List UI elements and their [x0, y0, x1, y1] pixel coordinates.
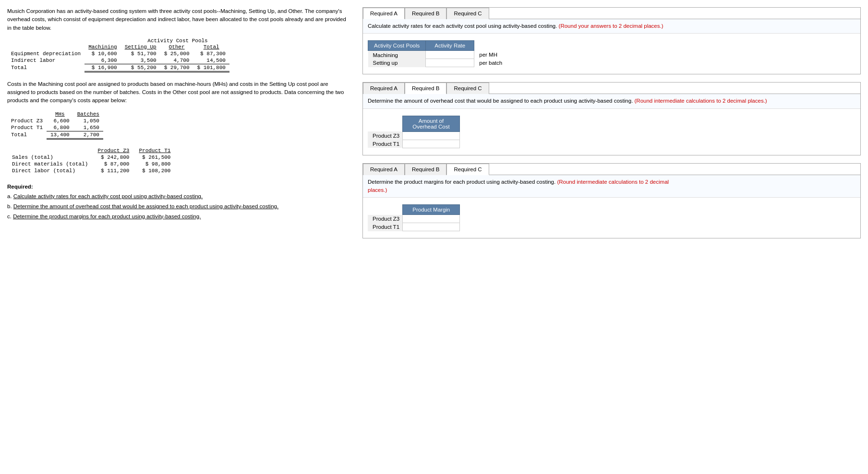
- label-product-t1-c: Product T1: [368, 223, 403, 231]
- tab-bar-a: Required A Required B Required C: [363, 8, 860, 19]
- table-row: Indirect labor 6,300 3,500 4,700 14,500: [7, 57, 229, 64]
- col-activity-rate: Activity Rate: [426, 41, 474, 51]
- input-cell-product-t1-b[interactable]: [403, 140, 459, 148]
- input-cell-product-t1-c[interactable]: [403, 223, 460, 231]
- col-empty-b: [368, 116, 403, 131]
- tab-required-c[interactable]: Required C: [446, 8, 489, 19]
- input-cell-setting-up[interactable]: [426, 59, 474, 67]
- col-empty-c: [368, 205, 403, 215]
- col-total: Total: [193, 44, 229, 50]
- required-item-b: b. Determine the amount of overhead cost…: [7, 201, 348, 212]
- mh-batches-table: MHs Batches Product Z3 6,600 1,050 Produ…: [7, 111, 103, 140]
- overhead-cost-table: Amount ofOverhead Cost Product Z3 Produc…: [368, 116, 460, 148]
- col-setting-up: Setting Up: [121, 44, 160, 50]
- required-title: Required:: [7, 182, 348, 192]
- left-panel: Musich Corporation has an activity-based…: [5, 5, 350, 241]
- col-other: Other: [160, 44, 193, 50]
- mh-batches-section: MHs Batches Product Z3 6,600 1,050 Produ…: [7, 111, 348, 140]
- activity-rate-table: Activity Cost Pools Activity Rate Machin…: [368, 40, 507, 67]
- right-panel: Required A Required B Required C Calcula…: [360, 5, 863, 241]
- overhead-t1-input[interactable]: [408, 141, 451, 147]
- round-note-b: (Round intermediate calculations to 2 de…: [635, 98, 767, 104]
- intro-text: Musich Corporation has an activity-based…: [7, 7, 348, 32]
- machining-rate-input[interactable]: [431, 52, 469, 58]
- tab-required-b-c[interactable]: Required B: [405, 164, 447, 175]
- col-overhead-cost: Amount ofOverhead Cost: [403, 116, 459, 131]
- col-product-t1: Product T1: [134, 147, 175, 154]
- table-row: Direct labor (total) $ 111,200 $ 108,200: [7, 167, 175, 174]
- col-machining: Machining: [84, 44, 121, 50]
- cost-pools-section: Activity Cost Pools Machining Setting Up…: [7, 38, 348, 72]
- tab-required-c-b[interactable]: Required C: [446, 83, 489, 94]
- cost-pools-table: Machining Setting Up Other Total Equipme…: [7, 44, 229, 72]
- col-mhs: MHs: [47, 111, 73, 118]
- col-product-z3: Product Z3: [93, 147, 134, 154]
- round-note-c: (Round intermediate calculations to 2 de…: [368, 179, 669, 193]
- table-row: Product T1: [368, 223, 460, 231]
- table-row: Product Z3 6,600 1,050: [7, 118, 103, 124]
- col-unit-header: [474, 41, 507, 51]
- instruction-c: Determine the product margins for each p…: [363, 175, 860, 198]
- table-row: Product T1: [368, 140, 459, 148]
- products-table: Product Z3 Product T1 Sales (total) $ 24…: [7, 147, 175, 174]
- label-setting-up: Setting up: [368, 59, 426, 67]
- section-required-b: Required A Required B Required C Determi…: [362, 82, 861, 155]
- required-item-a: a. Calculate activity rates for each act…: [7, 191, 348, 201]
- table-row: Total 13,400 2,700: [7, 131, 103, 139]
- input-cell-product-z3-c[interactable]: [403, 215, 460, 223]
- label-machining: Machining: [368, 51, 426, 59]
- tab-bar-b: Required A Required B Required C: [363, 83, 860, 94]
- table-row: Setting up per batch: [368, 59, 507, 67]
- col-product-margin: Product Margin: [403, 205, 460, 215]
- margin-z3-input[interactable]: [408, 216, 451, 222]
- table-row: Direct materials (total) $ 87,000 $ 98,8…: [7, 161, 175, 167]
- required-section: Required: a. Calculate activity rates fo…: [7, 182, 348, 222]
- products-section: Product Z3 Product T1 Sales (total) $ 24…: [7, 147, 348, 174]
- table-row: Product Z3: [368, 215, 460, 223]
- input-cell-product-z3-b[interactable]: [403, 131, 459, 140]
- setting-up-rate-input[interactable]: [431, 60, 469, 66]
- col-batches: Batches: [73, 111, 103, 118]
- instruction-b: Determine the amount of overhead cost th…: [363, 94, 860, 108]
- tab-required-a[interactable]: Required A: [363, 8, 405, 19]
- label-product-z3-b: Product Z3: [368, 131, 403, 140]
- tab-required-c-c[interactable]: Required C: [446, 164, 489, 175]
- table-row: Total $ 16,900 $ 55,200 $ 29,700 $ 101,8…: [7, 64, 229, 71]
- input-cell-machining[interactable]: [426, 51, 474, 59]
- unit-machining: per MH: [474, 51, 507, 59]
- mid-text: Costs in the Machining cost pool are ass…: [7, 80, 348, 105]
- table-row: Product T1 6,800 1,650: [7, 124, 103, 131]
- tab-required-a-c[interactable]: Required A: [363, 164, 405, 175]
- cost-pools-header: Activity Cost Pools: [7, 38, 348, 44]
- overhead-z3-input[interactable]: [408, 133, 451, 139]
- table-row: Sales (total) $ 242,800 $ 261,500: [7, 154, 175, 161]
- tab-bar-c: Required A Required B Required C: [363, 164, 860, 175]
- tab-required-b-b[interactable]: Required B: [405, 83, 447, 94]
- table-row: Equipment depreciation $ 10,600 $ 51,700…: [7, 50, 229, 57]
- section-required-a: Required A Required B Required C Calcula…: [362, 7, 861, 74]
- required-item-c: c. Determine the product margins for eac…: [7, 212, 348, 222]
- product-margin-table: Product Margin Product Z3 Product T1: [368, 204, 460, 231]
- tab-required-a-b[interactable]: Required A: [363, 83, 405, 94]
- label-product-z3-c: Product Z3: [368, 215, 403, 223]
- tab-required-b[interactable]: Required B: [405, 8, 447, 19]
- col-activity-cost-pools: Activity Cost Pools: [368, 41, 426, 51]
- unit-setting-up: per batch: [474, 59, 507, 67]
- table-row: Product Z3: [368, 131, 459, 140]
- instruction-a: Calculate activity rates for each activi…: [363, 19, 860, 34]
- margin-t1-input[interactable]: [408, 224, 451, 230]
- round-note-a: (Round your answers to 2 decimal places.…: [559, 23, 663, 29]
- label-product-t1-b: Product T1: [368, 140, 403, 148]
- section-required-c: Required A Required B Required C Determi…: [362, 163, 861, 239]
- table-row: Machining per MH: [368, 51, 507, 59]
